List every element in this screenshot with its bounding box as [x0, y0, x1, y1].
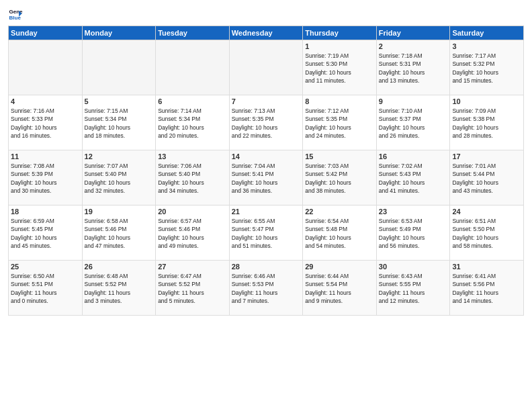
- day-number: 28: [232, 263, 301, 271]
- calendar-cell: [156, 40, 230, 95]
- calendar-cell: 31Sunrise: 6:41 AMSunset: 5:56 PMDayligh…: [450, 261, 524, 316]
- day-info: Sunrise: 6:57 AMSunset: 5:46 PMDaylight:…: [158, 217, 227, 250]
- calendar-table: SundayMondayTuesdayWednesdayThursdayFrid…: [8, 26, 524, 316]
- week-row-1: 1Sunrise: 7:19 AMSunset: 5:30 PMDaylight…: [9, 40, 524, 95]
- day-number: 8: [305, 97, 374, 105]
- day-number: 4: [11, 97, 80, 105]
- calendar-cell: 28Sunrise: 6:46 AMSunset: 5:53 PMDayligh…: [229, 261, 303, 316]
- day-info: Sunrise: 7:10 AMSunset: 5:37 PMDaylight:…: [379, 107, 448, 140]
- day-info: Sunrise: 7:04 AMSunset: 5:41 PMDaylight:…: [232, 162, 301, 195]
- calendar-cell: [9, 40, 83, 95]
- calendar-cell: 1Sunrise: 7:19 AMSunset: 5:30 PMDaylight…: [303, 40, 377, 95]
- calendar-cell: 2Sunrise: 7:18 AMSunset: 5:31 PMDaylight…: [376, 40, 450, 95]
- week-row-4: 18Sunrise: 6:59 AMSunset: 5:45 PMDayligh…: [9, 205, 524, 261]
- day-header-monday: Monday: [82, 26, 156, 40]
- calendar-cell: [229, 40, 303, 95]
- calendar-cell: 14Sunrise: 7:04 AMSunset: 5:41 PMDayligh…: [229, 150, 303, 205]
- day-info: Sunrise: 7:07 AMSunset: 5:40 PMDaylight:…: [85, 162, 154, 195]
- calendar-cell: 23Sunrise: 6:53 AMSunset: 5:49 PMDayligh…: [376, 205, 450, 261]
- day-number: 29: [305, 263, 374, 271]
- day-info: Sunrise: 7:06 AMSunset: 5:40 PMDaylight:…: [158, 162, 227, 195]
- day-info: Sunrise: 7:17 AMSunset: 5:32 PMDaylight:…: [452, 52, 521, 85]
- calendar-cell: 18Sunrise: 6:59 AMSunset: 5:45 PMDayligh…: [9, 205, 83, 261]
- calendar-cell: 6Sunrise: 7:14 AMSunset: 5:34 PMDaylight…: [156, 95, 230, 150]
- day-header-friday: Friday: [376, 26, 450, 40]
- day-info: Sunrise: 6:53 AMSunset: 5:49 PMDaylight:…: [379, 217, 448, 250]
- calendar-cell: 29Sunrise: 6:44 AMSunset: 5:54 PMDayligh…: [303, 261, 377, 316]
- calendar-cell: 25Sunrise: 6:50 AMSunset: 5:51 PMDayligh…: [9, 261, 83, 316]
- day-number: 21: [232, 208, 301, 216]
- day-info: Sunrise: 7:18 AMSunset: 5:31 PMDaylight:…: [379, 52, 448, 85]
- day-number: 19: [85, 208, 154, 216]
- calendar-cell: 3Sunrise: 7:17 AMSunset: 5:32 PMDaylight…: [450, 40, 524, 95]
- calendar-cell: 27Sunrise: 6:47 AMSunset: 5:52 PMDayligh…: [156, 261, 230, 316]
- day-number: 10: [452, 97, 521, 105]
- calendar-cell: 26Sunrise: 6:48 AMSunset: 5:52 PMDayligh…: [82, 261, 156, 316]
- day-info: Sunrise: 7:12 AMSunset: 5:35 PMDaylight:…: [305, 107, 374, 140]
- calendar-cell: 8Sunrise: 7:12 AMSunset: 5:35 PMDaylight…: [303, 95, 377, 150]
- week-row-2: 4Sunrise: 7:16 AMSunset: 5:33 PMDaylight…: [9, 95, 524, 150]
- calendar-cell: 9Sunrise: 7:10 AMSunset: 5:37 PMDaylight…: [376, 95, 450, 150]
- day-info: Sunrise: 6:44 AMSunset: 5:54 PMDaylight:…: [305, 272, 374, 305]
- day-info: Sunrise: 7:01 AMSunset: 5:44 PMDaylight:…: [452, 162, 521, 195]
- day-number: 14: [232, 152, 301, 161]
- day-number: 15: [305, 152, 374, 161]
- day-number: 6: [158, 97, 227, 105]
- day-number: 9: [379, 97, 448, 105]
- day-header-saturday: Saturday: [450, 26, 524, 40]
- logo-icon: General Blue: [8, 7, 23, 21]
- day-info: Sunrise: 6:58 AMSunset: 5:46 PMDaylight:…: [85, 217, 154, 250]
- day-info: Sunrise: 7:19 AMSunset: 5:30 PMDaylight:…: [305, 52, 374, 85]
- page-header: General Blue: [8, 7, 524, 21]
- day-info: Sunrise: 7:14 AMSunset: 5:34 PMDaylight:…: [158, 107, 227, 140]
- day-number: 30: [379, 263, 448, 271]
- day-number: 24: [452, 208, 521, 216]
- day-info: Sunrise: 6:55 AMSunset: 5:47 PMDaylight:…: [232, 217, 301, 250]
- calendar-cell: 30Sunrise: 6:43 AMSunset: 5:55 PMDayligh…: [376, 261, 450, 316]
- page-container: General Blue SundayMondayTuesdayWednesda…: [0, 0, 532, 411]
- calendar-cell: 4Sunrise: 7:16 AMSunset: 5:33 PMDaylight…: [9, 95, 83, 150]
- day-number: 16: [379, 152, 448, 161]
- day-info: Sunrise: 6:46 AMSunset: 5:53 PMDaylight:…: [232, 272, 301, 305]
- day-info: Sunrise: 7:13 AMSunset: 5:35 PMDaylight:…: [232, 107, 301, 140]
- calendar-cell: 13Sunrise: 7:06 AMSunset: 5:40 PMDayligh…: [156, 150, 230, 205]
- calendar-cell: 16Sunrise: 7:02 AMSunset: 5:43 PMDayligh…: [376, 150, 450, 205]
- calendar-cell: 11Sunrise: 7:08 AMSunset: 5:39 PMDayligh…: [9, 150, 83, 205]
- calendar-cell: 24Sunrise: 6:51 AMSunset: 5:50 PMDayligh…: [450, 205, 524, 261]
- day-number: 12: [85, 152, 154, 161]
- day-number: 20: [158, 208, 227, 216]
- calendar-cell: 12Sunrise: 7:07 AMSunset: 5:40 PMDayligh…: [82, 150, 156, 205]
- day-number: 13: [158, 152, 227, 161]
- day-number: 17: [452, 152, 521, 161]
- day-header-thursday: Thursday: [303, 26, 377, 40]
- calendar-cell: 10Sunrise: 7:09 AMSunset: 5:38 PMDayligh…: [450, 95, 524, 150]
- calendar-cell: [82, 40, 156, 95]
- day-info: Sunrise: 6:48 AMSunset: 5:52 PMDaylight:…: [85, 272, 154, 305]
- day-info: Sunrise: 6:47 AMSunset: 5:52 PMDaylight:…: [158, 272, 227, 305]
- week-row-5: 25Sunrise: 6:50 AMSunset: 5:51 PMDayligh…: [9, 261, 524, 316]
- day-number: 25: [11, 263, 80, 271]
- day-number: 1: [305, 42, 374, 50]
- calendar-cell: 15Sunrise: 7:03 AMSunset: 5:42 PMDayligh…: [303, 150, 377, 205]
- day-info: Sunrise: 6:59 AMSunset: 5:45 PMDaylight:…: [11, 217, 80, 250]
- day-info: Sunrise: 7:15 AMSunset: 5:34 PMDaylight:…: [85, 107, 154, 140]
- day-number: 22: [305, 208, 374, 216]
- day-info: Sunrise: 6:54 AMSunset: 5:48 PMDaylight:…: [305, 217, 374, 250]
- day-number: 26: [85, 263, 154, 271]
- day-info: Sunrise: 7:08 AMSunset: 5:39 PMDaylight:…: [11, 162, 80, 195]
- day-header-wednesday: Wednesday: [229, 26, 303, 40]
- day-info: Sunrise: 7:16 AMSunset: 5:33 PMDaylight:…: [11, 107, 80, 140]
- calendar-cell: 19Sunrise: 6:58 AMSunset: 5:46 PMDayligh…: [82, 205, 156, 261]
- day-info: Sunrise: 7:02 AMSunset: 5:43 PMDaylight:…: [379, 162, 448, 195]
- logo: General Blue: [8, 7, 26, 21]
- day-info: Sunrise: 7:09 AMSunset: 5:38 PMDaylight:…: [452, 107, 521, 140]
- day-info: Sunrise: 7:03 AMSunset: 5:42 PMDaylight:…: [305, 162, 374, 195]
- day-number: 23: [379, 208, 448, 216]
- day-header-sunday: Sunday: [9, 26, 83, 40]
- day-number: 3: [452, 42, 521, 50]
- calendar-cell: 20Sunrise: 6:57 AMSunset: 5:46 PMDayligh…: [156, 205, 230, 261]
- day-info: Sunrise: 6:51 AMSunset: 5:50 PMDaylight:…: [452, 217, 521, 250]
- calendar-cell: 22Sunrise: 6:54 AMSunset: 5:48 PMDayligh…: [303, 205, 377, 261]
- day-info: Sunrise: 6:41 AMSunset: 5:56 PMDaylight:…: [452, 272, 521, 305]
- day-info: Sunrise: 6:50 AMSunset: 5:51 PMDaylight:…: [11, 272, 80, 305]
